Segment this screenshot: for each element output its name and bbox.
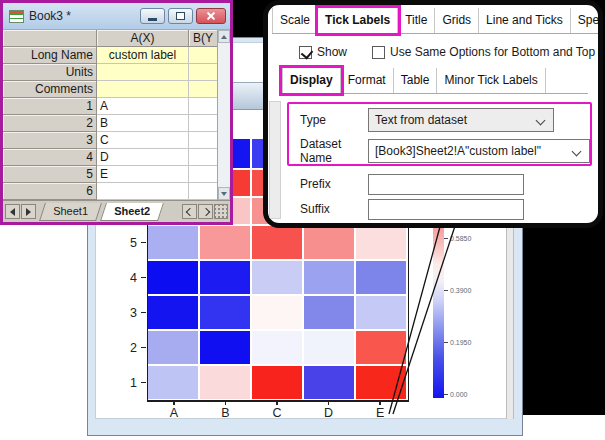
resize-grip[interactable] [214, 204, 228, 219]
tab-scroll-left-button[interactable] [182, 204, 197, 219]
cell-b[interactable] [189, 47, 217, 64]
dataset-name-value: [Book3]Sheet2!A"custom label" [375, 144, 541, 158]
worksheet-row: 6 [3, 183, 217, 200]
tab-divider [272, 33, 598, 34]
worksheet-row: Comments [3, 81, 217, 98]
show-checkbox-label: Show [317, 45, 347, 59]
tab-tick-labels[interactable]: Tick Labels [318, 8, 398, 33]
cell-b[interactable] [189, 132, 217, 149]
axis-tick-labels-dialog: ScaleTick LabelsTitleGridsLine and Ticks… [263, 0, 603, 228]
cell-a[interactable]: D [97, 149, 189, 166]
same-options-label: Use Same Options for Bottom and Top [390, 45, 595, 59]
row-header-cell[interactable]: 6 [3, 183, 97, 200]
arrow-left-icon [10, 208, 15, 216]
cell-b[interactable] [189, 115, 217, 132]
suffix-input[interactable] [368, 199, 524, 220]
worksheet-vscrollbar[interactable] [217, 30, 230, 200]
subtab-table[interactable]: Table [394, 68, 438, 93]
prefix-label: Prefix [300, 177, 368, 191]
chevron-right-icon [201, 207, 209, 215]
worksheet-row: 3C [3, 132, 217, 149]
corner-cell[interactable] [3, 30, 97, 47]
row-header-cell[interactable]: 5 [3, 166, 97, 183]
worksheet-icon [9, 10, 24, 23]
dialog-tab-bar: ScaleTick LabelsTitleGridsLine and Ticks… [272, 8, 603, 33]
subtab-format[interactable]: Format [341, 68, 394, 93]
book3-title: Book3 * [29, 9, 137, 23]
worksheet-row: 2B [3, 115, 217, 132]
sheet-prev-button[interactable] [5, 204, 20, 219]
suffix-label: Suffix [300, 202, 368, 216]
worksheet-row: 1A [3, 98, 217, 115]
checkbox-unchecked-icon [372, 46, 385, 59]
book3-window[interactable]: Book3 * A(X)B(YLong Namecustom labelUnit… [0, 0, 233, 225]
sheet-tab-label: Sheet1 [53, 203, 88, 220]
worksheet-row: 4D [3, 149, 217, 166]
scroll-up-button[interactable] [218, 30, 230, 43]
tab-title[interactable]: Title [398, 8, 435, 33]
row-header-cell[interactable]: 4 [3, 149, 97, 166]
sheet-next-button[interactable] [21, 204, 36, 219]
same-options-checkbox[interactable]: Use Same Options for Bottom and Top [372, 45, 595, 59]
tab-line-and-ticks[interactable]: Line and Ticks [479, 8, 571, 33]
cell-a[interactable] [97, 64, 189, 81]
sheet-tab-label: Sheet2 [114, 203, 150, 220]
dataset-name-label: Dataset Name [300, 137, 368, 165]
tab-scale[interactable]: Scale [272, 8, 318, 33]
row-header-cell[interactable]: Comments [3, 81, 97, 98]
close-icon [206, 11, 216, 21]
subtab-divider [282, 93, 588, 94]
cell-a[interactable]: A [97, 98, 189, 115]
arrow-up-icon [221, 35, 227, 39]
worksheet-table: A(X)B(YLong Namecustom labelUnitsComment… [3, 30, 217, 200]
cell-b[interactable] [189, 166, 217, 183]
cell-a[interactable]: C [97, 132, 189, 149]
row-header-cell[interactable]: Long Name [3, 47, 97, 64]
restore-button[interactable] [168, 8, 193, 24]
sheet-tab-bar: Sheet1Sheet2 [3, 200, 230, 222]
row-header-cell[interactable]: 3 [3, 132, 97, 149]
worksheet-row: Units [3, 64, 217, 81]
subtab-minor-tick-labels[interactable]: Minor Tick Labels [437, 68, 545, 93]
row-header-cell[interactable]: 2 [3, 115, 97, 132]
cell-b[interactable] [189, 98, 217, 115]
type-value: Text from dataset [375, 113, 467, 127]
arrow-down-icon [221, 192, 227, 196]
type-label: Type [300, 113, 368, 127]
show-checkbox[interactable]: Show [299, 45, 347, 59]
scroll-down-button[interactable] [218, 187, 230, 200]
cell-a[interactable] [97, 81, 189, 98]
restore-icon [176, 12, 185, 20]
sheet-nav-buttons [5, 204, 36, 219]
tab-grids[interactable]: Grids [435, 8, 479, 33]
prefix-input[interactable] [368, 174, 524, 195]
tab-scroll-right-button[interactable] [198, 204, 213, 219]
row-header-cell[interactable]: Units [3, 64, 97, 81]
minimize-icon [148, 18, 157, 21]
cell-a[interactable]: E [97, 166, 189, 183]
cell-b[interactable] [189, 183, 217, 200]
column-header-b[interactable]: B(Y [189, 30, 217, 47]
row-header-cell[interactable]: 1 [3, 98, 97, 115]
subtab-display[interactable]: Display [282, 68, 341, 93]
worksheet-header-row: A(X)B(Y [3, 30, 217, 47]
close-button[interactable] [196, 8, 226, 24]
minimize-button[interactable] [140, 8, 165, 24]
type-select[interactable]: Text from dataset [368, 108, 554, 132]
sheet-tab-sheet2[interactable]: Sheet2 [100, 203, 164, 221]
column-header-a[interactable]: A(X) [97, 30, 189, 47]
arrow-right-icon [26, 208, 31, 216]
sheet-scroll-buttons [182, 204, 228, 219]
cell-b[interactable] [189, 81, 217, 98]
cell-b[interactable] [189, 149, 217, 166]
left-panel-scrollbar[interactable] [269, 101, 281, 219]
dataset-name-select[interactable]: [Book3]Sheet2!A"custom label" [368, 139, 590, 163]
tab-special-t[interactable]: Special T [571, 8, 603, 33]
cell-a[interactable]: custom label [97, 47, 189, 64]
book3-titlebar[interactable]: Book3 * [3, 3, 230, 30]
cell-a[interactable]: B [97, 115, 189, 132]
cell-a[interactable] [97, 183, 189, 200]
sheet-tab-sheet1[interactable]: Sheet1 [39, 203, 102, 221]
cell-b[interactable] [189, 64, 217, 81]
worksheet-row: Long Namecustom label [3, 47, 217, 64]
